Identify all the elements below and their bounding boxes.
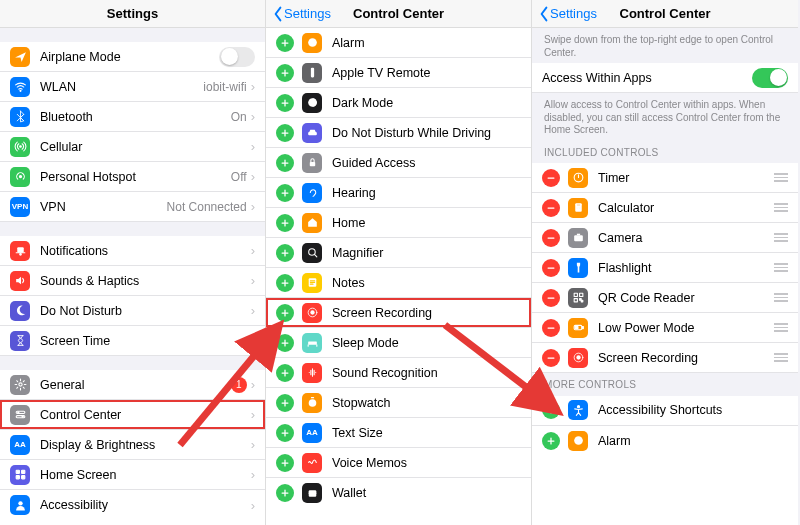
row-label: VPN bbox=[40, 200, 167, 214]
remove-button[interactable] bbox=[542, 319, 560, 337]
add-button[interactable] bbox=[276, 64, 294, 82]
settings-row[interactable]: AAText Size bbox=[266, 418, 531, 448]
remove-button[interactable] bbox=[542, 289, 560, 307]
row-label: Text Size bbox=[332, 426, 521, 440]
chevron-right-icon: › bbox=[251, 139, 255, 154]
row-label: General bbox=[40, 378, 231, 392]
settings-row[interactable]: Do Not Disturb› bbox=[0, 296, 265, 326]
settings-row[interactable]: Magnifier bbox=[266, 238, 531, 268]
bluetooth-icon bbox=[10, 107, 30, 127]
chevron-right-icon: › bbox=[251, 243, 255, 258]
remove-button[interactable] bbox=[542, 229, 560, 247]
settings-row[interactable]: General1› bbox=[0, 370, 265, 400]
chevron-right-icon: › bbox=[251, 333, 255, 348]
svg-point-32 bbox=[577, 208, 578, 209]
settings-row[interactable]: Alarm bbox=[266, 28, 531, 58]
settings-row[interactable]: Hearing bbox=[266, 178, 531, 208]
settings-row[interactable]: Flashlight bbox=[532, 253, 798, 283]
voicememo-icon bbox=[302, 453, 322, 473]
row-value: iobit-wifi bbox=[203, 80, 246, 94]
settings-row[interactable]: Accessibility Shortcuts bbox=[532, 396, 798, 426]
settings-row[interactable]: BluetoothOn› bbox=[0, 102, 265, 132]
settings-row[interactable]: Screen Recording bbox=[266, 298, 531, 328]
drag-handle-icon[interactable] bbox=[774, 353, 788, 362]
add-button[interactable] bbox=[542, 432, 560, 450]
settings-row[interactable]: Timer bbox=[532, 163, 798, 193]
settings-row[interactable]: AADisplay & Brightness› bbox=[0, 430, 265, 460]
drag-handle-icon[interactable] bbox=[774, 263, 788, 272]
add-button[interactable] bbox=[276, 424, 294, 442]
settings-row[interactable]: Apple TV Remote bbox=[266, 58, 531, 88]
remove-button[interactable] bbox=[542, 169, 560, 187]
add-button[interactable] bbox=[276, 154, 294, 172]
settings-row[interactable]: Cellular› bbox=[0, 132, 265, 162]
drag-handle-icon[interactable] bbox=[774, 173, 788, 182]
remove-button[interactable] bbox=[542, 349, 560, 367]
add-button[interactable] bbox=[276, 34, 294, 52]
settings-row[interactable]: Screen Recording bbox=[532, 343, 798, 373]
settings-row[interactable]: Dark Mode bbox=[266, 88, 531, 118]
drag-handle-icon[interactable] bbox=[774, 203, 788, 212]
settings-row[interactable]: Home Screen› bbox=[0, 460, 265, 490]
remove-button[interactable] bbox=[542, 259, 560, 277]
settings-row[interactable]: Calculator bbox=[532, 193, 798, 223]
add-button[interactable] bbox=[276, 244, 294, 262]
darkmode-icon bbox=[302, 93, 322, 113]
wifi-icon bbox=[10, 77, 30, 97]
settings-row[interactable]: Stopwatch bbox=[266, 388, 531, 418]
svg-point-5 bbox=[18, 383, 21, 386]
svg-rect-41 bbox=[581, 300, 583, 302]
settings-row[interactable]: Notifications› bbox=[0, 236, 265, 266]
add-button[interactable] bbox=[276, 484, 294, 502]
settings-row[interactable]: Guided Access bbox=[266, 148, 531, 178]
toggle-switch[interactable] bbox=[219, 47, 255, 67]
settings-row[interactable]: Airplane Mode bbox=[0, 42, 265, 72]
settings-row[interactable]: Home bbox=[266, 208, 531, 238]
drag-handle-icon[interactable] bbox=[774, 293, 788, 302]
svg-point-2 bbox=[19, 175, 21, 177]
settings-row[interactable]: Sound Recognition bbox=[266, 358, 531, 388]
cellular-icon bbox=[10, 137, 30, 157]
add-button[interactable] bbox=[276, 274, 294, 292]
settings-row[interactable]: VPNVPNNot Connected› bbox=[0, 192, 265, 222]
svg-rect-16 bbox=[310, 68, 313, 78]
settings-row[interactable]: Camera bbox=[532, 223, 798, 253]
add-button[interactable] bbox=[276, 364, 294, 382]
settings-row[interactable]: Alarm bbox=[532, 426, 798, 456]
add-button[interactable] bbox=[276, 304, 294, 322]
access-within-apps-row[interactable]: Access Within Apps bbox=[532, 63, 798, 93]
add-button[interactable] bbox=[276, 124, 294, 142]
add-button[interactable] bbox=[276, 214, 294, 232]
back-button[interactable]: Settings bbox=[272, 0, 331, 27]
row-label: Alarm bbox=[332, 36, 521, 50]
settings-row[interactable]: Sounds & Haptics› bbox=[0, 266, 265, 296]
settings-row[interactable]: Control Center› bbox=[0, 400, 265, 430]
settings-root-panel: Settings Airplane ModeWLANiobit-wifi›Blu… bbox=[0, 0, 266, 525]
settings-row[interactable]: Accessibility› bbox=[0, 490, 265, 520]
toggle-switch[interactable] bbox=[752, 68, 788, 88]
settings-row[interactable]: Do Not Disturb While Driving bbox=[266, 118, 531, 148]
settings-row[interactable]: Voice Memos bbox=[266, 448, 531, 478]
drag-handle-icon[interactable] bbox=[774, 233, 788, 242]
svg-point-47 bbox=[577, 405, 579, 407]
settings-row[interactable]: Low Power Mode bbox=[532, 313, 798, 343]
add-button[interactable] bbox=[276, 334, 294, 352]
svg-point-31 bbox=[576, 208, 577, 209]
remove-button[interactable] bbox=[542, 199, 560, 217]
add-button[interactable] bbox=[276, 454, 294, 472]
moon-icon bbox=[10, 301, 30, 321]
back-button[interactable]: Settings bbox=[538, 0, 597, 27]
settings-row[interactable]: Wallet bbox=[266, 478, 531, 508]
add-button[interactable] bbox=[276, 94, 294, 112]
settings-row[interactable]: WLANiobit-wifi› bbox=[0, 72, 265, 102]
add-button[interactable] bbox=[542, 401, 560, 419]
settings-row[interactable]: Screen Time› bbox=[0, 326, 265, 356]
add-button[interactable] bbox=[276, 184, 294, 202]
settings-row[interactable]: Sleep Mode bbox=[266, 328, 531, 358]
settings-row[interactable]: Personal HotspotOff› bbox=[0, 162, 265, 192]
add-button[interactable] bbox=[276, 394, 294, 412]
settings-row[interactable]: Notes bbox=[266, 268, 531, 298]
drag-handle-icon[interactable] bbox=[774, 323, 788, 332]
row-label: Home Screen bbox=[40, 468, 251, 482]
settings-row[interactable]: QR Code Reader bbox=[532, 283, 798, 313]
